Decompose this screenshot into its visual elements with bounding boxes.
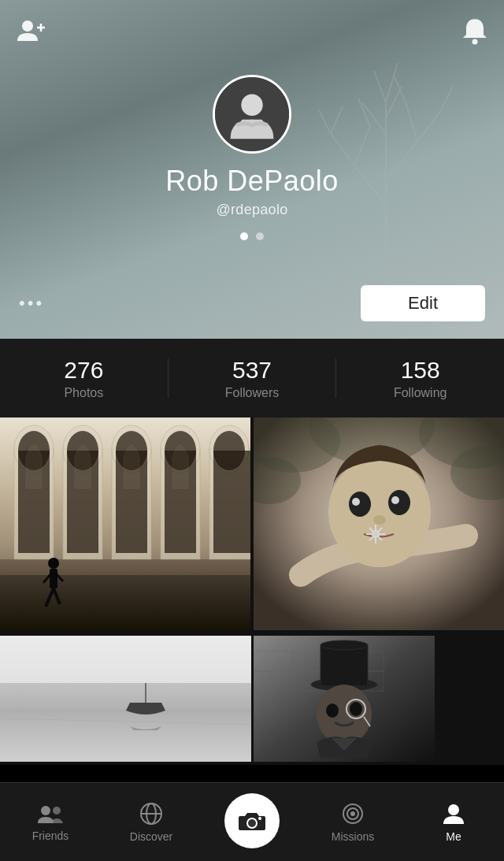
following-count: 158 [401,357,440,384]
photos-label: Photos [64,386,103,400]
me-label: Me [446,830,461,843]
svg-point-88 [321,640,368,650]
svg-line-15 [441,87,453,110]
camera-button[interactable] [224,793,280,848]
svg-point-90 [326,703,339,718]
more-options-button[interactable]: ••• [19,293,44,314]
bottom-navigation: Friends Discover [0,782,504,861]
svg-point-64 [349,492,371,517]
top-toolbar [0,16,504,49]
svg-line-9 [386,87,402,118]
camera-icon [237,808,267,833]
following-stat[interactable]: 158 Following [336,357,504,400]
missions-label: Missions [332,830,374,843]
svg-line-1 [354,165,386,205]
svg-point-67 [391,496,399,504]
followers-count: 537 [232,357,272,384]
nav-friends[interactable]: Friends [0,783,101,861]
photos-stat[interactable]: 276 Photos [0,357,168,400]
svg-rect-75 [0,636,251,683]
svg-line-14 [358,98,370,126]
svg-point-20 [472,39,478,45]
svg-line-4 [354,126,370,165]
stats-row: 276 Photos 537 Followers 158 Following [0,339,504,418]
photo-grid [0,418,504,765]
svg-line-8 [362,102,386,134]
svg-point-63 [328,457,431,567]
me-icon [443,802,464,826]
photos-count: 276 [64,357,103,384]
svg-point-101 [258,817,261,820]
svg-point-17 [22,20,33,32]
svg-rect-47 [213,451,250,553]
svg-point-94 [41,806,50,815]
friends-icon [38,803,63,825]
missions-icon [341,802,365,826]
profile-info: Rob DePaolo @rdepaolo [165,75,339,240]
svg-line-5 [417,110,441,142]
nav-missions[interactable]: Missions [302,783,403,861]
notification-bell-button[interactable] [461,16,488,49]
svg-point-23 [241,95,262,116]
dot-1 [240,232,248,240]
followers-label: Followers [225,386,279,400]
discover-icon [139,802,163,826]
photo-2[interactable] [254,418,505,633]
svg-point-68 [373,515,386,525]
svg-point-105 [448,804,459,815]
svg-rect-27 [0,575,250,630]
page-indicator [240,232,264,240]
profile-header: Rob DePaolo @rdepaolo ••• Edit [0,0,504,339]
followers-stat[interactable]: 537 Followers [169,357,336,400]
svg-point-104 [351,812,354,815]
profile-name: Rob DePaolo [165,165,339,198]
dot-2 [256,232,264,240]
add-person-button[interactable] [16,16,46,49]
svg-line-2 [386,142,417,181]
photo-3[interactable] [0,636,251,765]
nav-me[interactable]: Me [403,783,504,861]
svg-line-10 [374,71,386,102]
photo-4[interactable] [254,636,505,765]
photo-1[interactable] [0,418,251,633]
svg-point-66 [352,498,360,506]
profile-handle: @rdepaolo [216,202,287,218]
nav-discover[interactable]: Discover [101,783,202,861]
svg-point-91 [350,702,362,716]
svg-point-95 [53,807,61,815]
svg-point-65 [388,490,410,515]
avatar[interactable] [213,75,291,154]
svg-rect-55 [50,569,57,588]
svg-point-100 [248,819,256,827]
edit-button[interactable]: Edit [361,285,485,321]
svg-line-6 [406,102,417,142]
nav-camera[interactable] [202,783,302,861]
svg-point-54 [48,558,59,569]
following-label: Following [394,386,447,400]
friends-label: Friends [32,829,69,842]
svg-point-73 [372,531,379,537]
discover-label: Discover [130,830,172,843]
header-actions: ••• Edit [0,285,504,321]
